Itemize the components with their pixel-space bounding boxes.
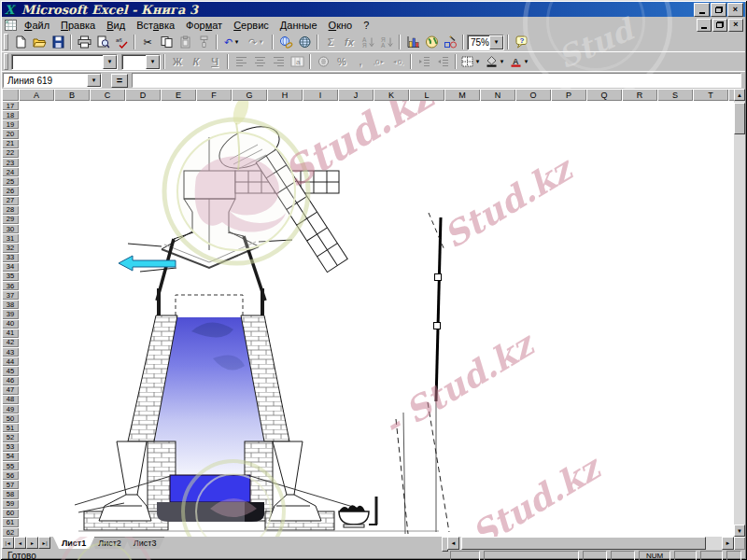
font-size-dropdown[interactable]: ▾	[146, 55, 160, 69]
row-header-55[interactable]: 55	[2, 461, 19, 470]
toolbar-grip[interactable]	[4, 34, 8, 50]
chart-wizard-button[interactable]	[403, 34, 422, 50]
percent-style-button[interactable]: %	[332, 53, 351, 70]
row-header-54[interactable]: 54	[2, 452, 19, 461]
web-toolbar-button[interactable]	[295, 34, 314, 50]
column-header-B[interactable]: B	[54, 89, 90, 101]
undo-button[interactable]: ↶▾	[220, 34, 245, 50]
select-all-corner[interactable]	[2, 89, 19, 101]
row-header-52[interactable]: 52	[2, 432, 19, 441]
row-header-43[interactable]: 43	[2, 347, 19, 357]
font-color-dropdown[interactable]: ▾	[522, 58, 530, 65]
row-header-48[interactable]: 48	[2, 395, 19, 404]
menu-item-3[interactable]: Вставка	[131, 19, 180, 32]
redo-dropdown[interactable]: ▾	[257, 38, 265, 46]
borders-dropdown[interactable]: ▾	[473, 58, 482, 65]
help-button[interactable]: ?	[512, 34, 530, 50]
sheet-close-button[interactable]: ×	[728, 19, 743, 32]
column-header-F[interactable]: F	[196, 89, 232, 101]
column-header-H[interactable]: H	[267, 89, 303, 101]
minimize-button[interactable]	[694, 3, 710, 17]
workbook-icon[interactable]	[5, 20, 17, 31]
sheet-grid[interactable]: Stud.kz - Stud.kz - Stud.kz Stud.kz	[19, 101, 734, 537]
scroll-left-button[interactable]: ◄	[447, 537, 459, 550]
sheet-tab-Лист1[interactable]: Лист1	[53, 537, 94, 549]
menu-item-1[interactable]: Правка	[55, 19, 101, 32]
bold-button[interactable]: Ж	[168, 53, 187, 70]
row-header-47[interactable]: 47	[2, 385, 19, 395]
row-header-28[interactable]: 28	[2, 205, 19, 215]
align-right-button[interactable]	[269, 53, 288, 70]
menu-item-8[interactable]: ?	[358, 19, 374, 32]
column-header-Q[interactable]: Q	[586, 89, 622, 101]
row-header-29[interactable]: 29	[2, 215, 19, 224]
formula-input[interactable]	[132, 73, 741, 88]
horizontal-scrollbar[interactable]: ◄ ►	[447, 537, 734, 550]
row-header-62[interactable]: 62	[2, 527, 19, 537]
undo-dropdown[interactable]: ▾	[233, 38, 241, 46]
column-header-A[interactable]: A	[19, 89, 54, 101]
column-header-G[interactable]: G	[232, 89, 267, 101]
column-header-P[interactable]: P	[551, 89, 586, 101]
sheet-tab-Лист3[interactable]: Лист3	[125, 537, 165, 549]
row-header-40[interactable]: 40	[2, 319, 19, 329]
column-header-S[interactable]: S	[657, 89, 693, 101]
increase-decimal-button[interactable]: ,0►	[370, 53, 388, 70]
menu-item-2[interactable]: Вид	[101, 19, 131, 32]
row-header-33[interactable]: 33	[2, 253, 19, 262]
row-header-23[interactable]: 23	[2, 158, 19, 167]
row-header-26[interactable]: 26	[2, 186, 19, 195]
selection-handle[interactable]	[434, 323, 441, 329]
row-header-59[interactable]: 59	[2, 499, 19, 509]
vertical-scroll-thumb[interactable]	[734, 103, 745, 134]
row-header-44[interactable]: 44	[2, 357, 19, 366]
row-header-32[interactable]: 32	[2, 243, 19, 252]
menu-item-0[interactable]: Файл	[19, 19, 55, 32]
sheet-restore-button[interactable]	[712, 19, 727, 32]
previous-sheet-button[interactable]: ◄	[14, 537, 26, 549]
merge-center-button[interactable]: а	[288, 53, 306, 70]
column-header-T[interactable]: T	[693, 89, 728, 101]
row-header-35[interactable]: 35	[2, 272, 19, 281]
underline-button[interactable]: Ч	[205, 53, 224, 70]
row-header-58[interactable]: 58	[2, 489, 19, 498]
row-header-46[interactable]: 46	[2, 376, 19, 385]
decrease-indent-button[interactable]	[415, 53, 433, 70]
selection-handle[interactable]	[435, 274, 442, 281]
last-sheet-button[interactable]: ►|	[38, 537, 50, 549]
row-header-53[interactable]: 53	[2, 442, 19, 452]
column-header-N[interactable]: N	[480, 89, 515, 101]
format-painter-button[interactable]	[194, 34, 213, 50]
row-header-17[interactable]: 17	[2, 101, 19, 110]
fill-color-button[interactable]: ▾	[484, 53, 508, 70]
comma-style-button[interactable]: ,	[351, 53, 370, 70]
row-header-27[interactable]: 27	[2, 196, 19, 205]
menu-item-6[interactable]: Данные	[275, 19, 323, 32]
row-header-25[interactable]: 25	[2, 176, 19, 186]
sort-ascending-button[interactable]: АЯ	[359, 34, 377, 50]
decrease-decimal-button[interactable]: ◄0,	[388, 53, 407, 70]
italic-button[interactable]: К	[187, 53, 205, 70]
column-header-C[interactable]: C	[90, 89, 125, 101]
autosum-button[interactable]: Σ	[321, 34, 340, 50]
row-header-21[interactable]: 21	[2, 139, 19, 148]
row-header-61[interactable]: 61	[2, 518, 19, 527]
row-header-41[interactable]: 41	[2, 329, 19, 338]
column-header-D[interactable]: D	[125, 89, 161, 101]
print-preview-button[interactable]	[93, 34, 112, 50]
column-header-M[interactable]: M	[444, 89, 480, 101]
sheet-minimize-button[interactable]	[697, 19, 712, 32]
scroll-down-button[interactable]: ▼	[734, 525, 745, 537]
font-color-button[interactable]: А▾	[508, 53, 532, 70]
align-center-button[interactable]	[250, 53, 269, 70]
toolbar-grip[interactable]	[4, 53, 8, 70]
font-name-combobox[interactable]: ▾	[11, 54, 118, 70]
fill-color-dropdown[interactable]: ▾	[498, 58, 506, 65]
row-header-57[interactable]: 57	[2, 480, 19, 489]
scroll-up-button[interactable]: ▲	[734, 89, 745, 101]
column-header-I[interactable]: I	[303, 89, 338, 101]
title-bar[interactable]: X Microsoft Excel - Книга 3 ×	[2, 2, 745, 17]
column-header-K[interactable]: K	[374, 89, 409, 101]
row-header-31[interactable]: 31	[2, 233, 19, 243]
sort-descending-button[interactable]: ЯА	[377, 34, 396, 50]
